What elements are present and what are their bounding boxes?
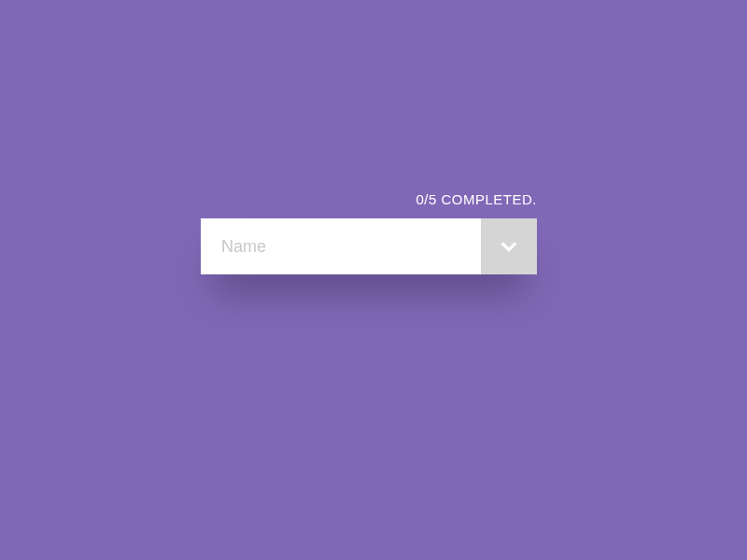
name-field-label[interactable]: Name <box>201 218 481 274</box>
expand-button[interactable] <box>481 218 537 274</box>
chevron-down-icon <box>499 236 519 257</box>
field-row: Name <box>201 218 537 274</box>
form-container: 0/5 COMPLETED. Name <box>201 191 537 274</box>
progress-label: 0/5 COMPLETED. <box>201 191 537 207</box>
